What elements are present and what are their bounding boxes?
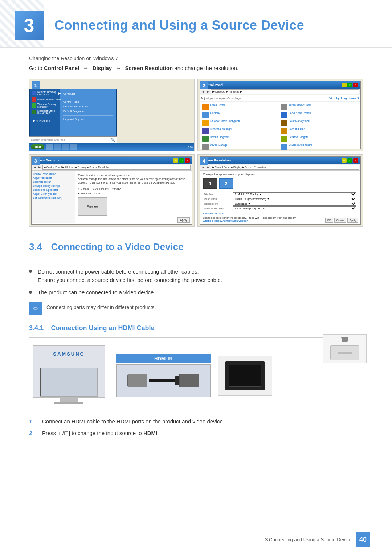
right-sep1 [63, 97, 113, 98]
steps-list: 1 Connect an HDMI cable to the HDMI port… [29, 418, 363, 438]
cp-devices-printers: Devices and Printers [281, 144, 358, 150]
start-button[interactable]: Start [31, 144, 44, 149]
screenshot-3: 3 Screen Resolution ─ □ ✕ ◄ ► [29, 154, 195, 227]
sr-ok-btn[interactable]: OK [325, 218, 333, 223]
sr-back[interactable]: ◄ [201, 165, 205, 169]
ds-close-btn[interactable]: ✕ [185, 158, 190, 163]
video-device [218, 356, 272, 396]
sr-display-select[interactable]: 1. Mobile PC Display ▼ [233, 192, 356, 196]
ds-max-btn[interactable]: □ [179, 158, 184, 163]
hdmi-cable [149, 379, 178, 382]
hdmi-female-conn-right [179, 374, 199, 387]
sidebar-connect[interactable]: Connect to a projector [33, 188, 73, 192]
minimize-btn[interactable]: ─ [342, 83, 347, 87]
ds-address[interactable]: ▶ Control Panel ▶ All Items ▶ Display ▶ … [42, 165, 191, 170]
search-icon: 🔍 [111, 138, 115, 142]
sr-window-btns: ─ □ ✕ [342, 158, 358, 163]
ds-preview: Preview [78, 197, 107, 216]
ds-option-smaller: ○ Smaller - 100 percent [78, 187, 109, 190]
external-device [323, 334, 367, 363]
address-bar[interactable]: ▶ Desktop ▶ All Items ▶ [211, 89, 359, 94]
bullet-dot-1 [29, 270, 32, 273]
cp-backup: Backup and Restore [281, 112, 358, 118]
display-settings-screenshot: Screen Resolution ─ □ ✕ ◄ ► ▶ Control Pa… [29, 155, 194, 226]
sr-max-btn[interactable]: □ [347, 158, 352, 163]
chapter-number-box: 3 [15, 11, 44, 40]
instruction-bold1: Control Panel [44, 65, 79, 71]
sr-path: ▶ Control Panel ▶ Display ▶ Screen Resol… [212, 166, 266, 169]
credential-label: Credential Manager [210, 128, 232, 131]
monitor1-num: 1 [209, 182, 211, 186]
datetime-label: Date and Time [289, 128, 305, 131]
resolution-label: Changing the Resolution on Windows 7 [29, 56, 363, 61]
backup-icon [281, 112, 287, 118]
excel-icon [32, 110, 36, 114]
sr-orient-select[interactable]: Landscape ▼ [233, 202, 356, 206]
maximize-btn[interactable]: □ [347, 83, 352, 87]
sidebar-custom-text[interactable]: Set custom text size (DPI) [33, 196, 73, 200]
ds-apply-btn[interactable]: Apply [177, 217, 190, 223]
section-341-divider [29, 337, 363, 338]
sr-monitor2: 2 [219, 178, 233, 189]
sidebar-control-panel[interactable]: Control Panel Home [33, 172, 73, 176]
section-34-divider [29, 260, 363, 260]
sr-apply-btn[interactable]: Apply [347, 218, 358, 223]
ds-window-btns: ─ □ ✕ [173, 158, 190, 163]
sidebar-display-settings[interactable]: Change display settings [33, 184, 73, 188]
sr-address[interactable]: ▶ Control Panel ▶ Display ▶ Screen Resol… [211, 165, 359, 170]
page-number-box: 40 [356, 532, 370, 547]
sr-row-multiple: Multiple displays: Show desktop only on … [203, 206, 358, 211]
sidebar-resolution[interactable]: Adjust resolution [33, 176, 73, 180]
pencil-icon: ✏ [33, 305, 38, 313]
step-2-suffix: . [157, 430, 159, 436]
sr-content: Change the appearance of your displays 1… [200, 171, 360, 224]
sr-multiple-select[interactable]: Show desktop only on 1 ▼ [233, 206, 356, 210]
screenshot-4: 4 Screen Resolution ─ □ ✕ ◄ ► [197, 154, 363, 227]
cp-titlebar: Control Panel ─ □ ✕ [200, 81, 360, 89]
screenshot-number-1: 1 [32, 81, 40, 89]
screenshot-number-3: 3 [32, 157, 40, 165]
sr-advanced-link[interactable]: Advanced settings [203, 212, 358, 215]
samsung-logo-text: SAMSUNG [53, 351, 85, 357]
windows-start-menu: Remote Desktop Connection ▶ Microsoft Pa… [29, 79, 194, 151]
back-btn[interactable]: ◄ [201, 90, 205, 94]
sidebar-calibrate[interactable]: Calibrate colour [33, 180, 73, 184]
ds-main: Make it easier to read what's on your sc… [76, 171, 192, 224]
bullet-main-1: Do not connect the power cable before co… [38, 268, 199, 275]
ds-back[interactable]: ◄ [33, 165, 37, 169]
cp-color: Color Management [281, 120, 358, 126]
search-placeholder: Search programs and files [31, 138, 65, 141]
sr-orient-label: Orientation: [203, 201, 232, 206]
bullet-item-1: Do not connect the power cable before co… [29, 268, 363, 284]
wireless-icon [32, 103, 36, 108]
start-item-wireless: Wireless Display Manager [31, 103, 62, 108]
ds-buttons: Apply [177, 217, 190, 223]
screenshot-number-4: 4 [200, 157, 208, 165]
sr-res-select[interactable]: 1360 x 768 (recommended) ▼ [233, 197, 356, 201]
taskbar-icon-2 [54, 144, 61, 150]
hdmi-diagram: SAMSUNG HDMI IN [29, 345, 363, 407]
close-btn[interactable]: ✕ [353, 83, 358, 87]
wireless-label: Wireless Display Manager [37, 103, 61, 108]
hdmi-port-symbol [341, 337, 348, 342]
sr-action-btns: OK Cancel Apply [325, 218, 358, 223]
autoplay-label: AutoPlay [210, 112, 220, 115]
sr-min-btn[interactable]: ─ [342, 158, 347, 163]
sr-close-btn[interactable]: ✕ [353, 158, 358, 163]
ds-min-btn[interactable]: ─ [173, 158, 178, 163]
sidebar-font[interactable]: Adjust ClearType text [33, 192, 73, 196]
cp-admin-tools: Administrative Tools [281, 104, 358, 110]
page-footer: 3 Connecting and Using a Source Device 4… [265, 532, 370, 547]
sr-cancel-btn[interactable]: Cancel [334, 218, 347, 223]
hdmi-port-section: HDMI IN [116, 354, 211, 397]
hdmi-male-head [175, 376, 179, 385]
ds-path: ▶ Control Panel ▶ All Items ▶ Display ▶ … [44, 166, 110, 169]
fwd-btn[interactable]: ► [206, 90, 210, 94]
ds-option-medium-text: ● Medium - 125% [78, 192, 101, 195]
sr-fwd[interactable]: ► [206, 165, 210, 169]
screenshot-2: 2 Control Panel ─ □ ✕ ◄ ► [197, 79, 363, 151]
cp-bitlocker: BitLocker Drive Encryption [202, 120, 279, 126]
cp-device-manager: Device Manager [202, 144, 279, 150]
start-right-panel: Computer Control Panel Devices and Print… [62, 90, 115, 141]
ds-fwd[interactable]: ► [38, 165, 41, 169]
